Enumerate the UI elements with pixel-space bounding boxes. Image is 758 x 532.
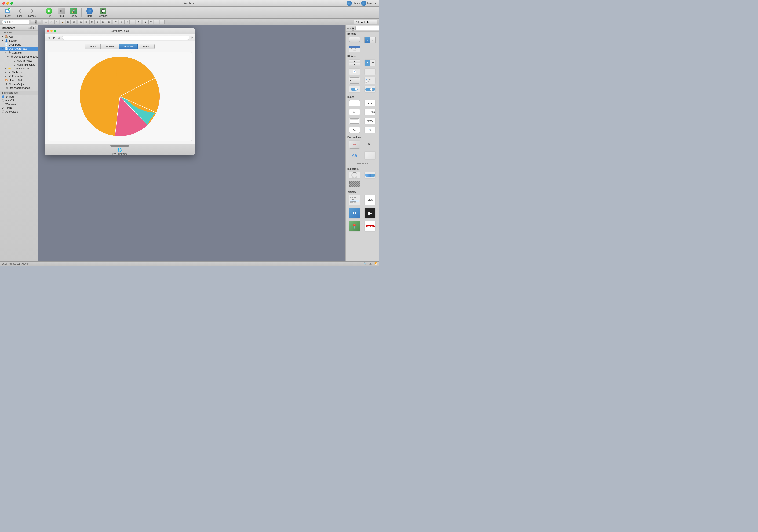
panel-item-multiline[interactable]: [347, 117, 362, 125]
sidebar-item-event-handlers[interactable]: ▶ ⚡ Event Handlers: [0, 66, 38, 70]
seg-weekly-button[interactable]: Weekly: [101, 44, 119, 49]
panel-item-password[interactable]: ···: [363, 99, 378, 107]
maximize-button[interactable]: [10, 2, 13, 5]
distribute-v-tool[interactable]: ⬍: [136, 20, 141, 24]
sidebar-item-loginpage[interactable]: 📄 LoginPage: [0, 43, 38, 47]
panel-item-styledtext[interactable]: Www: [363, 117, 378, 125]
panel-item-phone[interactable]: 📞: [347, 126, 362, 134]
sidebar-item-controls[interactable]: ▼ ⚙ Controls: [0, 51, 38, 54]
panel-item-youtube[interactable]: YouTube: [363, 220, 378, 232]
build-item-xojocloud[interactable]: Xojo Cloud: [0, 110, 38, 114]
sim-back-button[interactable]: ◀: [47, 36, 51, 40]
align-bottom-tool[interactable]: ⬇: [124, 20, 130, 24]
distribute-h-tool[interactable]: ⬌: [130, 20, 135, 24]
close-button[interactable]: [2, 2, 5, 5]
seg-yearly-button[interactable]: Yearly: [138, 44, 155, 49]
build-item-windows[interactable]: Windows: [0, 102, 38, 106]
panel-search-input[interactable]: [355, 26, 379, 30]
rectangle-tool[interactable]: ▭: [43, 20, 48, 24]
sidebar-item-dashboardimages[interactable]: 🖼 DashboardImages: [0, 86, 38, 90]
align-middle-tool[interactable]: ↕: [119, 20, 124, 24]
panel-item-checkbox[interactable]: ✓: [347, 68, 362, 76]
position-tool[interactable]: ⊹: [159, 20, 165, 24]
panel-item-email[interactable]: @: [347, 108, 362, 116]
panel-item-button[interactable]: [347, 36, 362, 44]
panel-item-label-aa-blue[interactable]: Aa: [347, 151, 362, 160]
deploy-button[interactable]: 🚀 Deploy: [68, 7, 79, 18]
sim-scrollbar[interactable]: [110, 145, 129, 147]
panel-item-upload[interactable]: ↑: [363, 68, 378, 76]
sidebar-item-headerstyle[interactable]: 🎨 HeaderStyle: [0, 78, 38, 82]
wifi-icon[interactable]: 📶: [374, 263, 377, 265]
sidebar-item-account-segmented[interactable]: ▶ ▤ AccountSegmentedControl: [0, 54, 38, 58]
help-button[interactable]: ? Help: [85, 7, 95, 18]
size-tool[interactable]: ↔: [154, 20, 159, 24]
sidebar-item-myhttpsocket[interactable]: ◻ MyHTTPSocket: [0, 62, 38, 66]
build-item-linux[interactable]: ✓ Linux: [0, 106, 38, 110]
sidebar-item-app[interactable]: ▶ 🏠 App: [0, 35, 38, 39]
build-item-shared[interactable]: Shared: [0, 95, 38, 98]
lock-tool[interactable]: 🔒: [60, 20, 65, 24]
back-button[interactable]: Back: [15, 7, 25, 18]
send-back-tool[interactable]: ▼: [148, 20, 154, 24]
disconnect-tool[interactable]: ⊗: [95, 20, 100, 24]
panel-item-label-aa[interactable]: Aa: [363, 140, 378, 150]
panel-item-listbox[interactable]: Column Title Row 1 Data Row 2 Data Row 3…: [347, 194, 362, 206]
sim-max-button[interactable]: [54, 30, 56, 32]
panel-item-toggle[interactable]: [347, 86, 362, 93]
gear-button[interactable]: ⚙: [352, 26, 355, 31]
bring-front-tool[interactable]: ▲: [143, 20, 148, 24]
sidebar-item-mychartview[interactable]: ◻ MyChartView: [0, 58, 38, 62]
seg-monthly-button[interactable]: Monthly: [119, 44, 138, 49]
panel-item-popup[interactable]: ▼: [347, 77, 362, 85]
panel-item-slider[interactable]: [363, 86, 378, 93]
sim-home-button[interactable]: ⌂: [57, 36, 61, 40]
panel-item-spinner[interactable]: [347, 171, 362, 179]
panel-item-url[interactable]: 🔍: [363, 126, 378, 134]
build-button[interactable]: ⚙ Build: [56, 7, 66, 18]
feedback-button[interactable]: 💬 Feedback: [97, 7, 110, 18]
rounded-rect-tool[interactable]: ▢: [49, 20, 54, 24]
warning-icon[interactable]: ⚠: [369, 263, 371, 265]
sim-reload-button[interactable]: ↻: [190, 36, 193, 39]
connect-tool[interactable]: ⊕: [89, 20, 94, 24]
filter-options-button[interactable]: ⋮⋮⋮: [31, 20, 36, 24]
all-controls-dropdown[interactable]: All Controls ▼: [354, 20, 377, 24]
panel-item-screenshot[interactable]: Button Title Detail: [347, 45, 362, 53]
run-button[interactable]: Run: [44, 7, 54, 18]
panel-item-striped[interactable]: [347, 180, 362, 188]
sidebar-item-methods[interactable]: ▶ ≡ Methods: [0, 70, 38, 74]
forward-button[interactable]: Forward: [27, 7, 38, 18]
crop-tool[interactable]: ⊡: [71, 20, 76, 24]
panel-item-segmented[interactable]: ■ ■: [363, 36, 378, 44]
add-button[interactable]: +: [37, 20, 41, 24]
sidebar-nav-forward[interactable]: ▶: [32, 26, 36, 29]
inspector-button[interactable]: i Inspector: [361, 1, 377, 6]
panel-item-box[interactable]: [363, 151, 378, 160]
panel-item-radio[interactable]: Yes No: [363, 77, 378, 85]
panel-item-number[interactable]: 123: [363, 108, 378, 116]
insert-button[interactable]: + Insert: [2, 7, 13, 18]
pen-tool[interactable]: ✏: [54, 20, 59, 24]
panel-item-progress[interactable]: [363, 171, 378, 179]
panel-item-movie[interactable]: ▶: [363, 207, 378, 219]
zoom-tool[interactable]: ⊞: [65, 20, 71, 24]
panel-item-segmented-slider[interactable]: ■■: [363, 59, 378, 67]
sidebar-item-dashboardpage[interactable]: ▼ 📄 DashboardPage: [0, 47, 38, 51]
build-item-macos[interactable]: macOS: [0, 98, 38, 102]
align-left-tool[interactable]: ▤: [101, 20, 106, 24]
sim-close-button[interactable]: [47, 30, 49, 32]
sidebar-item-customobject[interactable]: ⚙ CustomObject: [0, 82, 38, 86]
align-top-tool[interactable]: ⬆: [113, 20, 119, 24]
sidebar-item-session[interactable]: ▶ 👤 Session: [0, 39, 38, 43]
panel-item-pen[interactable]: ✏: [347, 140, 362, 150]
panel-item-webview[interactable]: 🖥: [347, 207, 362, 219]
minimize-button[interactable]: [6, 2, 9, 5]
search-icon[interactable]: 🔍: [364, 263, 366, 265]
group-tool[interactable]: ⧉: [78, 20, 83, 24]
sim-address-bar[interactable]: [62, 36, 190, 40]
ungroup-tool[interactable]: ⊞: [84, 20, 89, 24]
sidebar-nav-back[interactable]: ◀: [28, 26, 32, 29]
sim-forward-button[interactable]: ▶: [52, 36, 56, 40]
panel-item-textfield[interactable]: [347, 99, 362, 107]
